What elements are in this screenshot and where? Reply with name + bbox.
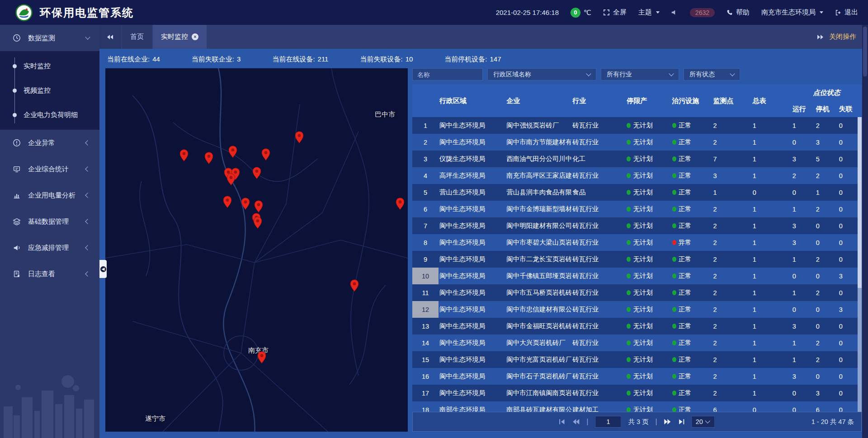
col-company: 企业 — [505, 85, 571, 117]
page-scrollbar[interactable] — [862, 25, 868, 438]
sidebar-item[interactable]: 企业综合统计 — [0, 156, 99, 182]
cell-production-status: 无计划 — [626, 117, 671, 134]
table-row[interactable]: 1阆中生态环境局阆中强锐页岩砖厂砖瓦行业无计划正常21120 — [412, 117, 862, 134]
speaker-icon[interactable] — [671, 9, 678, 15]
map-pin-icon[interactable] — [228, 146, 238, 160]
tab-实时监控[interactable]: 实时监控× — [153, 25, 207, 49]
map-pin-icon[interactable] — [223, 196, 232, 210]
table-row[interactable]: 16阆中生态环境局阆中市石子页岩机砖厂砖瓦行业无计划正常21300 — [412, 368, 862, 385]
cell-running: 0 — [792, 301, 815, 318]
sidebar-subitem[interactable]: 实时监控 — [0, 54, 99, 78]
page-number-input[interactable] — [595, 416, 621, 428]
cell-company: 阆中市金博瑞新型墙材 — [505, 201, 571, 217]
map-pin-icon[interactable] — [295, 131, 304, 146]
sidebar-item[interactable]: 企业异常 — [0, 130, 99, 156]
cell-company: 阆中市五马桥页岩机砖 — [505, 284, 571, 301]
sidebar-item[interactable]: 数据监测 — [0, 25, 99, 51]
table-row[interactable]: 15阆中生态环境局阆中市光富页岩机砖厂砖瓦行业无计划正常21120 — [412, 351, 862, 368]
fullscreen-button[interactable]: 全屏 — [603, 8, 627, 17]
cell-index: 17 — [412, 385, 439, 401]
table-row[interactable]: 9阆中生态环境局阆中市二龙长宝页岩砖砖瓦行业无计划正常21120 — [412, 251, 862, 268]
map-pin-icon[interactable] — [204, 152, 213, 166]
cell-production-status: 无计划 — [626, 351, 671, 368]
cell-production-status: 无计划 — [626, 167, 671, 184]
table-row[interactable]: 5营山生态环境局营山县润丰肉食品有限食品无计划正常10010 — [412, 184, 862, 201]
cell-total-meter: 1 — [752, 117, 792, 134]
tab-close-icon[interactable]: × — [192, 33, 198, 40]
table-row[interactable]: 12阆中生态环境局阆中市忠信建材有限公砖瓦行业无计划正常21003 — [412, 301, 862, 318]
tabs-scroll-right-button[interactable] — [816, 34, 824, 40]
org-menu[interactable]: 南充市生态环境局 — [761, 8, 823, 17]
help-button[interactable]: 帮助 — [726, 8, 750, 17]
table-row[interactable]: 14阆中生态环境局阆中大兴页岩机砖厂砖瓦行业无计划正常21120 — [412, 334, 862, 351]
page-scrollbar-thumb[interactable] — [863, 27, 867, 76]
tab-首页[interactable]: 首页 — [122, 25, 152, 49]
cell-monitor-points: 3 — [712, 167, 752, 184]
sidebar-subitem[interactable]: 视频监控 — [0, 78, 99, 103]
sidebar-subitem[interactable]: 企业电力负荷明细 — [0, 103, 99, 127]
cell-monitor-points: 2 — [712, 117, 752, 134]
table-row[interactable]: 7阆中生态环境局阆中明阳建材有限公司砖瓦行业无计划正常21300 — [412, 217, 862, 234]
status-select[interactable]: 所有状态 — [684, 68, 740, 80]
table-row[interactable]: 18南部生态环境局南部县砖瓦建材有限公建材加工无计划正常60060 — [412, 401, 862, 412]
close-operations-button[interactable]: 关闭操作 — [829, 33, 856, 41]
industry-select[interactable]: 所有行业 — [601, 68, 679, 80]
first-page-button[interactable] — [559, 419, 566, 425]
table-row[interactable]: 8阆中生态环境局阆中市枣碧大梁山页岩砖瓦行业无计划异常21300 — [412, 234, 862, 251]
cell-industry: 砖瓦行业 — [571, 351, 626, 368]
table-scrollbar-thumb[interactable] — [858, 117, 862, 288]
theme-menu[interactable]: 主题 — [638, 8, 660, 17]
next-page-button[interactable] — [664, 419, 671, 425]
stat-item: 当前在线设备:211 — [272, 55, 328, 64]
table-row[interactable]: 17阆中生态环境局阆中市江南镇阆南页岩砖瓦行业无计划正常21030 — [412, 385, 862, 401]
stats-icon — [13, 165, 22, 173]
cell-index: 3 — [412, 151, 439, 167]
sidebar-item[interactable]: 日志查看 — [0, 261, 99, 287]
table-scrollbar[interactable] — [858, 117, 862, 412]
table-row[interactable]: 3仪陇生态环境局西南油气田分公司川中化工无计划正常71350 — [412, 151, 862, 167]
sidebar-item[interactable]: 企业用电量分析 — [0, 182, 99, 208]
sidebar-collapse-button[interactable]: ◀ — [99, 260, 107, 278]
cell-index: 14 — [412, 334, 439, 351]
map-pin-icon[interactable] — [179, 149, 189, 164]
map-pin-icon[interactable] — [241, 198, 250, 212]
cell-stopped: 0 — [815, 368, 838, 385]
sidebar-item[interactable]: 应急减排管理 — [0, 235, 99, 261]
map-pin-icon[interactable] — [395, 198, 405, 212]
cell-industry: 建材加工 — [571, 401, 626, 412]
status-dot-icon — [627, 190, 631, 195]
cell-region: 阆中生态环境局 — [439, 284, 505, 301]
name-search-input[interactable] — [412, 68, 483, 80]
cell-running: 0 — [792, 134, 815, 151]
table-row[interactable]: 13阆中生态环境局阆中市金福旺页岩机砖砖瓦行业无计划正常21300 — [412, 318, 862, 334]
megaphone-icon — [13, 244, 22, 252]
cell-industry: 砖瓦行业 — [571, 251, 626, 268]
filter-bar: 行政区域名称 所有行业 所有状态 — [412, 68, 862, 80]
map-panel[interactable]: 巴中市南充市遂宁市 — [105, 68, 408, 432]
tabs-scroll-left-button[interactable] — [99, 25, 121, 49]
cell-total-meter: 1 — [752, 318, 792, 334]
message-count-badge[interactable]: 2632 — [690, 8, 715, 17]
stat-label: 当前停机设备: — [444, 55, 487, 64]
map-pin-icon[interactable] — [252, 167, 262, 181]
table-row[interactable]: 2阆中生态环境局阆中市南方节能建材有砖瓦行业无计划正常21030 — [412, 134, 862, 151]
map-pin-icon[interactable] — [257, 351, 266, 366]
table-row[interactable]: 4高坪生态环境局南充市高坪区王家店建砖瓦行业无计划正常31220 — [412, 167, 862, 184]
map-pin-icon[interactable] — [226, 173, 236, 188]
map-pin-icon[interactable] — [261, 148, 270, 163]
table-row[interactable]: 10阆中生态环境局阆中千佛镇五郎垭页岩砖瓦行业无计划正常21003 — [412, 268, 862, 284]
map-pin-icon[interactable] — [350, 279, 359, 294]
table-row[interactable]: 6阆中生态环境局阆中市金博瑞新型墙材砖瓦行业无计划正常21120 — [412, 201, 862, 217]
region-select[interactable]: 行政区域名称 — [487, 68, 596, 80]
cell-total-meter: 1 — [752, 334, 792, 351]
page-size-select[interactable]: 20 — [692, 416, 715, 428]
chevron-down-icon — [656, 11, 660, 14]
table-row[interactable]: 11阆中生态环境局阆中市五马桥页岩机砖砖瓦行业无计划正常21120 — [412, 284, 862, 301]
last-page-button[interactable] — [678, 419, 685, 425]
map-pin-icon[interactable] — [253, 217, 262, 231]
cell-running: 2 — [792, 167, 815, 184]
cell-industry: 砖瓦行业 — [571, 301, 626, 318]
logout-button[interactable]: 退出 — [835, 8, 858, 17]
sidebar-item[interactable]: 基础数据管理 — [0, 208, 99, 235]
prev-page-button[interactable] — [572, 419, 580, 425]
